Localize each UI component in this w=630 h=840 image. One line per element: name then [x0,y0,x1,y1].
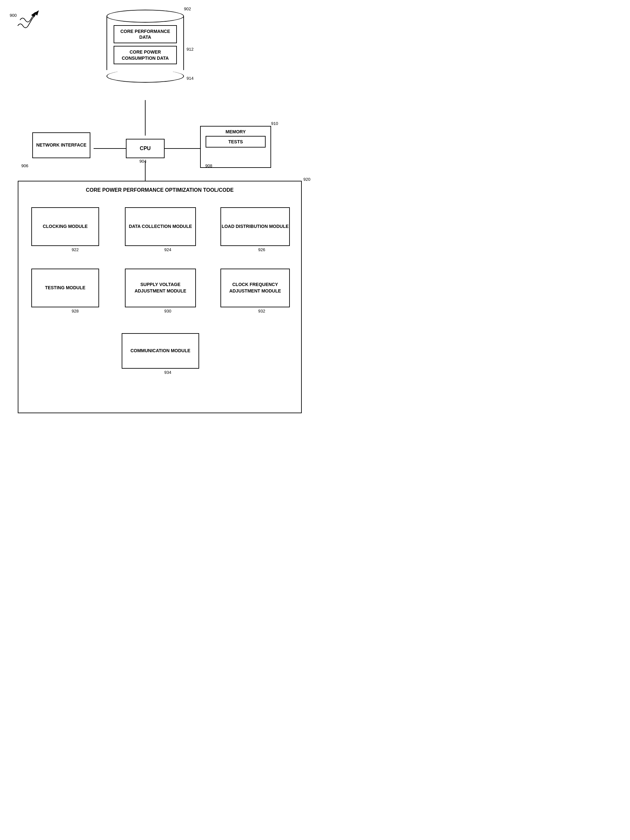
testing-module-box: TESTING MODULE [31,268,99,307]
optimization-tool-box: CORE POWER PERFORMANCE OPTIMIZATION TOOL… [18,181,302,413]
ref-926: 926 [258,247,265,252]
database-cylinder: CORE PERFORMANCE DATA CORE POWER CONSUMP… [106,10,184,83]
cpu-box: CPU [126,139,164,158]
ref-924: 924 [164,247,171,252]
ref-904: 904 [139,159,147,164]
ref-908: 908 [205,163,212,168]
ref-914: 914 [186,76,194,81]
tests-box: TESTS [205,136,265,148]
data-collection-module-box: DATA COLLECTION MODULE [125,207,196,246]
diagram: 900 902 CORE PERFORMANCE DATA CORE POWER… [0,0,315,420]
ref-930: 930 [164,309,171,313]
clock-frequency-module-box: CLOCK FREQUENCY ADJUSTMENT MODULE [220,268,290,307]
ref-920: 920 [303,177,311,182]
communication-module-box: COMMUNICATION MODULE [122,333,199,369]
ref-902: 902 [184,6,191,11]
core-power-consumption-data-box: CORE POWER CONSUMPTION DATA [114,46,177,64]
load-distribution-module-box: LOAD DISTRIBUTION MODULE [220,207,290,246]
ref-928: 928 [72,309,79,313]
clocking-module-box: CLOCKING MODULE [31,207,99,246]
ref-922: 922 [72,247,79,252]
supply-voltage-module-box: SUPPLY VOLTAGE ADJUSTMENT MODULE [125,268,196,307]
ref-900: 900 [9,13,17,18]
ref-912: 912 [186,47,194,52]
ref-910: 910 [271,121,278,126]
ref-934: 934 [164,370,171,375]
ref-906: 906 [21,163,28,168]
network-interface-box: NETWORK INTERFACE [32,133,90,158]
svg-line-0 [32,11,38,19]
ref-932: 932 [258,309,265,313]
core-performance-data-box: CORE PERFORMANCE DATA [114,25,177,43]
memory-box: MEMORY TESTS [200,126,271,168]
